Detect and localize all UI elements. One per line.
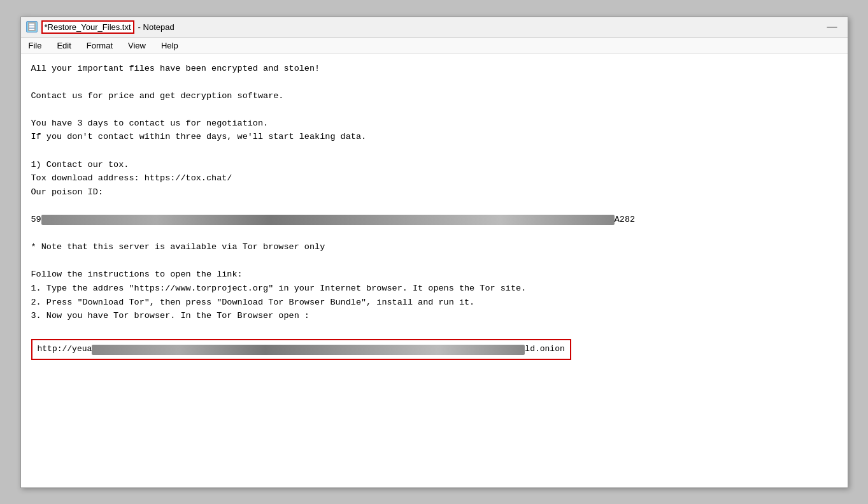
onion-url-redacted [92, 345, 525, 355]
line-tox-contact: 1) Contact our tox. [31, 158, 837, 172]
notepad-icon [26, 21, 38, 32]
onion-url-content: http://yeua ld.onion [38, 343, 565, 356]
onion-url-start: http://yeua [38, 343, 92, 356]
blank-2 [31, 103, 837, 117]
line-poison-id: Our poison ID: [31, 185, 837, 199]
menu-edit[interactable]: Edit [54, 40, 73, 52]
menu-bar: File Edit Format View Help [21, 38, 848, 54]
menu-view[interactable]: View [125, 40, 148, 52]
line-tor-note: * Note that this server is available via… [31, 240, 837, 254]
menu-help[interactable]: Help [159, 40, 181, 52]
blank-6 [31, 254, 837, 268]
notepad-window: *Restore_Your_Files.txt - Notepad — File… [20, 17, 848, 488]
line-instructions-header: Follow the instructions to open the link… [31, 268, 837, 282]
line-step3: 3. Now you have Tor browser. In the Tor … [31, 309, 837, 323]
poison-id-redacted [41, 215, 615, 225]
line-leak: If you don't contact within three days, … [31, 130, 837, 144]
poison-id-start: 59 [31, 213, 41, 227]
blank-5 [31, 227, 837, 241]
title-controls: — [822, 22, 843, 32]
menu-file[interactable]: File [26, 40, 45, 52]
blank-4 [31, 199, 837, 213]
onion-url-end: ld.onion [525, 343, 564, 356]
line-step1: 1. Type the addres "https://www.torproje… [31, 282, 837, 296]
blank-1 [31, 75, 837, 89]
line-encrypted: All your important files have been encry… [31, 62, 837, 76]
title-app-name: - Notepad [138, 22, 174, 32]
minimize-button[interactable]: — [822, 22, 843, 32]
line-tox-url: Tox download address: https://tox.chat/ [31, 171, 837, 185]
line-contact: Contact us for price and get decryption … [31, 89, 837, 103]
line-step2: 2. Press "Download Tor", then press "Dow… [31, 296, 837, 310]
title-filename-highlighted: *Restore_Your_Files.txt [41, 20, 134, 34]
title-bar-left: *Restore_Your_Files.txt - Notepad [26, 20, 174, 34]
poison-id-end: A282 [615, 213, 635, 227]
line-days: You have 3 days to contact us for negoti… [31, 117, 837, 131]
onion-url-box: http://yeua ld.onion [31, 339, 571, 360]
poison-id-row: 59 A282 [31, 213, 837, 227]
blank-7 [31, 323, 837, 337]
blank-3 [31, 144, 837, 158]
content-area: All your important files have been encry… [21, 54, 848, 487]
menu-format[interactable]: Format [84, 40, 115, 52]
title-bar: *Restore_Your_Files.txt - Notepad — [21, 17, 848, 38]
